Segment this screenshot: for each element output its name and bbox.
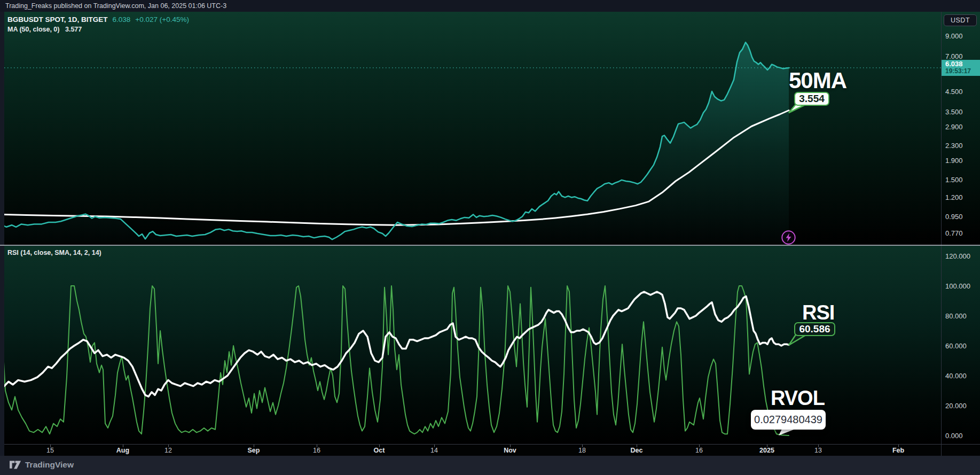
time-axis-label: 16 xyxy=(695,447,703,454)
currency-toggle-button[interactable]: USDT xyxy=(944,14,977,26)
rvol-value-callout[interactable]: 0.0279480439 xyxy=(751,410,826,430)
time-axis-tick xyxy=(254,445,254,447)
pane-separator[interactable] xyxy=(0,245,980,246)
time-axis-label: 15 xyxy=(46,447,54,454)
time-axis-tick xyxy=(898,445,899,447)
symbol-legend: BGBUSDT SPOT, 1D, BITGET6.038+0.027 (+0.… xyxy=(7,14,189,34)
tradingview-snapshot: Trading_Freaks published on TradingView.… xyxy=(0,0,980,475)
rsi-value-callout[interactable]: 60.586 xyxy=(794,322,835,336)
footer-bar xyxy=(0,456,980,475)
left-margin xyxy=(0,12,4,456)
current-price-value: 6.038 xyxy=(945,60,980,68)
time-axis[interactable] xyxy=(0,444,980,456)
time-axis-tick xyxy=(50,445,51,447)
rvol-big-label[interactable]: RVOL xyxy=(771,388,825,408)
time-axis-label: Feb xyxy=(892,447,904,454)
price-axis-label: 2.900 xyxy=(945,122,963,130)
rsi-axis-label: 40.000 xyxy=(945,372,967,380)
time-axis-tick xyxy=(317,445,317,447)
time-axis-tick xyxy=(379,445,380,447)
ma-legend-value: 3.577 xyxy=(65,26,82,33)
rsi-axis-label: 20.000 xyxy=(945,402,967,410)
time-axis-tick xyxy=(510,445,511,447)
time-axis-tick xyxy=(168,445,169,447)
rsi-legend-label[interactable]: RSI (14, close, SMA, 14, 2, 14) xyxy=(7,249,101,256)
time-axis-tick xyxy=(123,445,123,447)
rsi-axis-label: 80.000 xyxy=(945,312,967,320)
rsi-axis-label: 0.000 xyxy=(945,432,963,440)
symbol-last-price: 6.038 xyxy=(113,15,131,24)
price-axis-label: 1.900 xyxy=(945,157,963,165)
time-axis-label: Sep xyxy=(248,447,260,454)
time-axis-label: 13 xyxy=(814,447,822,454)
tradingview-logo[interactable]: TradingView xyxy=(10,460,74,470)
ma-big-label[interactable]: 50MA xyxy=(789,69,846,92)
time-axis-label: Aug xyxy=(116,447,129,454)
price-axis-label: 7.000 xyxy=(945,52,963,60)
price-axis-label: 9.000 xyxy=(945,32,963,40)
time-axis-tick xyxy=(637,445,637,447)
price-axis-label: 4.500 xyxy=(945,88,963,96)
time-axis-label: Nov xyxy=(504,447,516,454)
time-axis-tick xyxy=(582,445,583,447)
tradingview-logo-icon xyxy=(10,460,21,470)
symbol-change: +0.027 (+0.45%) xyxy=(135,15,189,24)
rsi-axis-label: 60.000 xyxy=(945,342,967,350)
time-axis-tick xyxy=(434,445,435,447)
price-axis-label: 3.500 xyxy=(945,107,963,115)
tradingview-logo-text: TradingView xyxy=(25,460,74,470)
price-axis-label: 2.300 xyxy=(945,141,963,149)
price-axis-label: 0.950 xyxy=(945,212,963,220)
rsi-pane-background[interactable] xyxy=(0,246,980,444)
price-axis-label: 0.770 xyxy=(945,229,963,237)
time-axis-tick xyxy=(767,445,767,447)
time-axis-label: Dec xyxy=(631,447,643,454)
ma-legend-label[interactable]: MA (50, close, 0) xyxy=(7,26,60,33)
time-axis-label: 2025 xyxy=(759,447,774,454)
time-axis-tick xyxy=(818,445,819,447)
rsi-big-label[interactable]: RSI xyxy=(802,302,834,323)
rsi-axis-label: 100.000 xyxy=(945,282,970,290)
time-axis-tick xyxy=(699,445,700,447)
time-axis-label: 16 xyxy=(313,447,320,454)
time-axis-label: 14 xyxy=(430,447,438,454)
symbol-title[interactable]: BGBUSDT SPOT, 1D, BITGET xyxy=(7,15,108,24)
time-axis-label: 12 xyxy=(164,447,172,454)
time-axis-label: Oct xyxy=(374,447,385,454)
time-axis-label: 18 xyxy=(578,447,586,454)
rsi-axis-label: 120.000 xyxy=(945,252,970,260)
publish-header: Trading_Freaks published on TradingView.… xyxy=(0,0,980,12)
boost-lightning-icon[interactable] xyxy=(781,230,796,245)
bar-countdown: 19:53:17 xyxy=(945,68,980,75)
price-pane-background[interactable] xyxy=(0,12,980,245)
ma-value-callout[interactable]: 3.554 xyxy=(794,92,829,106)
price-axis-border xyxy=(941,12,942,456)
price-axis-label: 1.500 xyxy=(945,175,963,183)
publish-header-text: Trading_Freaks published on TradingView.… xyxy=(5,2,226,10)
current-price-label: 6.038 19:53:17 xyxy=(942,60,980,76)
price-axis-label: 1.200 xyxy=(945,193,963,201)
